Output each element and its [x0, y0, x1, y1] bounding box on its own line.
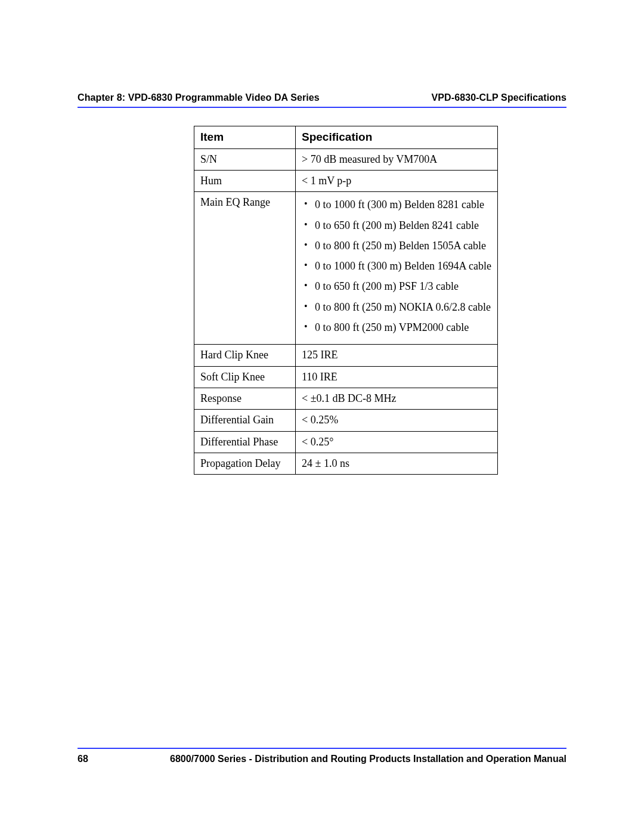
cell-item: Response: [194, 388, 296, 409]
header-rule: [78, 107, 566, 108]
table-row: Response < ±0.1 dB DC-8 MHz: [194, 388, 498, 409]
specifications-table: Item Specification S/N > 70 dB measured …: [194, 126, 498, 475]
cell-item: Main EQ Range: [194, 192, 296, 345]
cell-spec: < 1 mV p-p: [296, 170, 498, 191]
section-heading: VPD-6830-CLP Specifications: [432, 92, 566, 103]
col-header-item: Item: [194, 126, 296, 149]
cell-item: Soft Clip Knee: [194, 366, 296, 388]
cell-spec: < 0.25%: [296, 410, 498, 431]
list-item: 0 to 800 ft (250 m) Belden 1505A cable: [302, 239, 491, 253]
table-row: S/N > 70 dB measured by VM700A: [194, 148, 498, 170]
cell-item: Differential Gain: [194, 410, 296, 431]
cell-spec: 0 to 1000 ft (300 m) Belden 8281 cable 0…: [296, 192, 498, 345]
list-item: 0 to 800 ft (250 m) NOKIA 0.6/2.8 cable: [302, 300, 491, 314]
table-row: Soft Clip Knee 110 IRE: [194, 366, 498, 388]
table-row: Differential Phase < 0.25°: [194, 431, 498, 453]
table-row: Hum < 1 mV p-p: [194, 170, 498, 191]
table-row: Hard Clip Knee 125 IRE: [194, 345, 498, 366]
cell-item: Hum: [194, 170, 296, 191]
list-item: 0 to 800 ft (250 m) VPM2000 cable: [302, 320, 491, 335]
cell-item: Hard Clip Knee: [194, 345, 296, 366]
eq-range-list: 0 to 1000 ft (300 m) Belden 8281 cable 0…: [302, 197, 491, 335]
cell-spec: 125 IRE: [296, 345, 498, 366]
table-row: Differential Gain < 0.25%: [194, 410, 498, 431]
table-row: Main EQ Range 0 to 1000 ft (300 m) Belde…: [194, 192, 498, 345]
cell-spec: 110 IRE: [296, 366, 498, 388]
list-item: 0 to 650 ft (200 m) PSF 1/3 cable: [302, 279, 491, 293]
list-item: 0 to 1000 ft (300 m) Belden 8281 cable: [302, 197, 491, 212]
cell-item: Differential Phase: [194, 431, 296, 453]
cell-spec: 24 ± 1.0 ns: [296, 453, 498, 474]
page-number: 68: [78, 754, 88, 764]
footer-rule: [78, 748, 566, 749]
cell-spec: < ±0.1 dB DC-8 MHz: [296, 388, 498, 409]
cell-item: S/N: [194, 148, 296, 170]
chapter-heading: Chapter 8: VPD-6830 Programmable Video D…: [78, 92, 320, 103]
cell-item: Propagation Delay: [194, 453, 296, 474]
cell-spec: < 0.25°: [296, 431, 498, 453]
list-item: 0 to 650 ft (200 m) Belden 8241 cable: [302, 218, 491, 233]
list-item: 0 to 1000 ft (300 m) Belden 1694A cable: [302, 259, 491, 273]
col-header-spec: Specification: [296, 126, 498, 149]
cell-spec: > 70 dB measured by VM700A: [296, 148, 498, 170]
table-row: Propagation Delay 24 ± 1.0 ns: [194, 453, 498, 474]
manual-title: 6800/7000 Series - Distribution and Rout…: [170, 754, 566, 764]
